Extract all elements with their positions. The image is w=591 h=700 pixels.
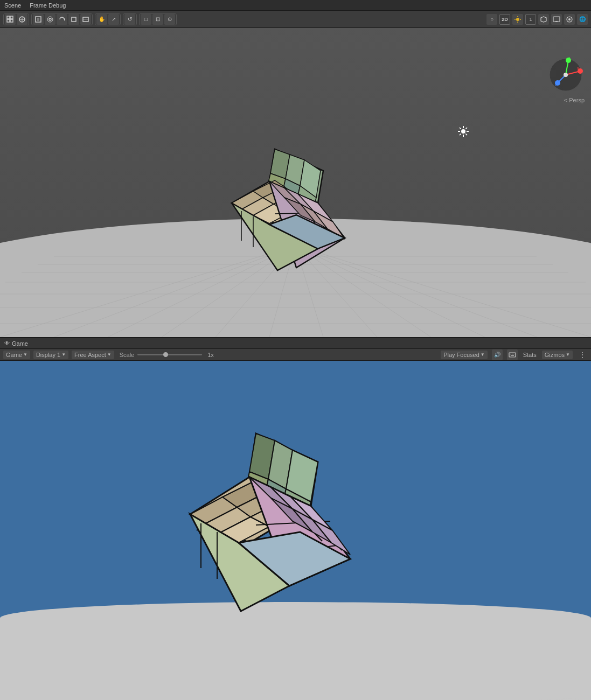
display-dropdown-btn[interactable]: Display 1 ▼ [33,351,68,359]
audio-btn[interactable]: 🔊 [492,349,503,360]
game-dropdown-arrow: ▼ [23,352,27,357]
rect-tool-btn[interactable] [80,14,91,25]
game-toolbar: Game ▼ Display 1 ▼ Free Aspect ▼ Scale 1… [0,349,591,361]
play-focused-dropdown-arrow: ▼ [481,352,485,357]
stats-btn[interactable]: Stats [522,349,538,360]
fx-btn[interactable] [564,14,575,25]
gizmos-dropdown-arrow: ▼ [566,352,570,357]
globe-btn[interactable]: ○ [486,14,497,25]
svg-text:x: x [577,66,579,71]
gizmos-btn[interactable]: Gizmos ▼ [542,351,573,359]
camera-perspective-label: < Persp [564,97,585,103]
game-tab-icon: 👁 [4,340,10,346]
svg-point-12 [47,17,53,22]
svg-rect-2 [7,19,10,22]
aspect-dropdown-btn[interactable]: Free Aspect ▼ [72,351,114,359]
svg-rect-1 [10,16,13,19]
light-btn[interactable] [512,14,523,25]
scale-tool-btn[interactable] [68,14,79,25]
mode-btn[interactable] [17,14,27,25]
frame-debug-menu[interactable]: Frame Debug [30,2,66,9]
more-options-btn[interactable]: ⋮ [577,349,588,360]
orbit-tool-btn[interactable]: ↗ [108,14,119,25]
svg-point-100 [564,73,568,77]
aspect-dropdown-arrow: ▼ [107,352,112,357]
scale-slider-handle[interactable] [163,352,168,357]
center-btn[interactable]: ⊡ [152,14,163,25]
svg-line-90 [465,134,467,135]
scene-cube [205,144,350,296]
snap-tools-group: ↺ [123,13,137,25]
scale-label: Scale [120,352,135,358]
play-focused-btn[interactable]: Play Focused ▼ [441,351,488,359]
network-btn[interactable]: 🌐 [577,14,588,25]
directional-light-icon [457,125,470,141]
svg-line-91 [465,128,467,129]
frame-btn[interactable]: □ [141,14,151,25]
2d-btn[interactable]: 2D [499,14,510,25]
game-tab[interactable]: 👁 Game [4,340,28,347]
svg-point-84 [461,129,465,134]
svg-rect-104 [509,353,516,357]
game-viewport: CSDN @栗子大人 [0,361,591,700]
keyboard-btn[interactable] [507,349,518,360]
svg-rect-22 [553,17,560,22]
svg-rect-14 [72,17,76,22]
game-tab-label: Game [12,340,28,347]
svg-rect-3 [10,19,13,22]
view-tools-group: ✋ ↗ [95,13,121,25]
svg-rect-0 [7,16,10,19]
add-component-btn[interactable] [33,14,44,25]
rotate-tool-btn[interactable] [57,14,67,25]
render-btn[interactable] [538,14,549,25]
display-btn[interactable] [551,14,562,25]
1x-btn[interactable]: 1 [525,14,536,25]
display-dropdown-arrow: ▼ [61,352,66,357]
main-toolbar: ✋ ↗ ↺ □ ⊡ ⊙ ○ 2D 1 🌐 [0,11,591,28]
transform-tools-group [3,13,29,25]
scene-viewport: x y z < Persp [0,28,591,337]
pan-tool-btn[interactable]: ✋ [96,14,107,25]
snap-btn[interactable]: ↺ [124,14,135,25]
pivot-tools-group: □ ⊡ ⊙ [139,13,177,25]
select-tool-btn[interactable] [5,14,16,25]
pivot-btn[interactable]: ⊙ [164,14,175,25]
svg-line-89 [460,128,461,129]
svg-line-92 [460,134,461,135]
game-toolbar-right: Play Focused ▼ 🔊 Stats Gizmos ▼ ⋮ [441,349,588,360]
scale-value: 1x [207,352,214,358]
scale-slider[interactable] [137,354,202,355]
game-dropdown-btn[interactable]: Game ▼ [3,351,30,359]
svg-point-17 [516,18,519,21]
menu-bar: Scene Frame Debug [0,0,591,11]
gizmo-tools-group [31,13,93,25]
scene-menu[interactable]: Scene [4,2,21,9]
svg-point-25 [568,18,571,20]
svg-text:z: z [555,82,557,87]
svg-marker-13 [64,18,65,21]
axis-gizmo[interactable]: x y z [547,56,585,94]
toolbar-right: ○ 2D 1 🌐 [486,14,588,25]
settings-btn[interactable] [45,14,55,25]
svg-point-11 [49,18,51,20]
game-cube [159,425,358,642]
game-panel-header: 👁 Game [0,337,591,349]
watermark: CSDN @栗子大人 [537,697,585,700]
svg-text:y: y [568,56,570,60]
